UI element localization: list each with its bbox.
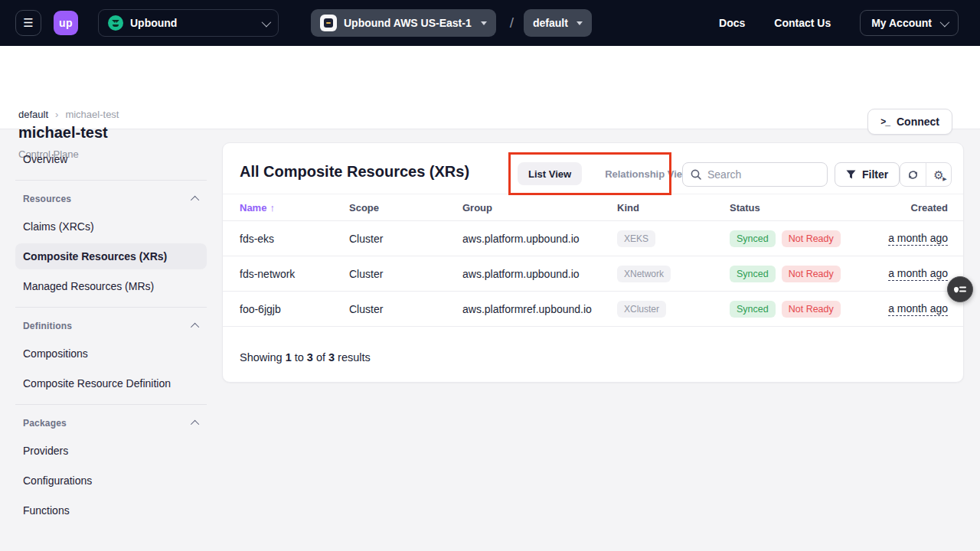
table-row[interactable]: foo-6jgjb Cluster aws.platformref.upboun… bbox=[223, 292, 963, 327]
sidebar-item-label: Compositions bbox=[23, 347, 88, 360]
sidebar-item-xrd[interactable]: Composite Resource Definition bbox=[15, 370, 207, 396]
menu-button[interactable]: ☰ bbox=[15, 10, 41, 36]
breadcrumb-group-link[interactable]: default bbox=[18, 109, 48, 120]
summary-word: results bbox=[338, 351, 371, 364]
path-separator: / bbox=[510, 15, 514, 31]
sidebar-item-configurations[interactable]: Configurations bbox=[15, 468, 207, 494]
chevron-down-icon bbox=[940, 17, 950, 27]
table-row[interactable]: fds-network Cluster aws.platform.upbound… bbox=[223, 256, 963, 292]
column-header-status[interactable]: Status bbox=[730, 202, 888, 214]
upbound-console-screen: ☰ up Upbound Upbound AWS US-East-1 / def… bbox=[0, 0, 980, 551]
column-header-created[interactable]: Created bbox=[888, 202, 948, 214]
caret-down-icon bbox=[481, 21, 487, 25]
my-account-label: My Account bbox=[871, 17, 932, 29]
logo-text: up bbox=[59, 17, 73, 29]
status-badge-synced: Synced bbox=[730, 230, 776, 247]
table-header-row: Name ↑ Scope Group Kind Status Created bbox=[223, 194, 963, 221]
created-timestamp[interactable]: a month ago bbox=[888, 267, 948, 281]
sidebar-item-label: Managed Resources (MRs) bbox=[23, 280, 154, 292]
sidebar-item-managed-resources[interactable]: Managed Resources (MRs) bbox=[15, 273, 207, 299]
feedback-list-icon bbox=[953, 284, 967, 295]
sidebar-divider bbox=[15, 404, 207, 405]
sidebar-item-compositions[interactable]: Compositions bbox=[15, 341, 207, 367]
section-header-label: Definitions bbox=[23, 321, 72, 331]
column-header-scope[interactable]: Scope bbox=[349, 202, 462, 214]
control-plane-switcher[interactable]: Upbound AWS US-East-1 bbox=[311, 9, 496, 37]
chevron-up-icon bbox=[191, 196, 199, 204]
panel-title: All Composite Resources (XRs) bbox=[240, 163, 469, 181]
sidebar-item-claims[interactable]: Claims (XRCs) bbox=[15, 214, 207, 240]
page-header: default › michael-test michael-test Cont… bbox=[0, 46, 980, 129]
sidebar-item-providers[interactable]: Providers bbox=[15, 438, 207, 464]
refresh-icon bbox=[907, 169, 919, 181]
refresh-button[interactable] bbox=[900, 163, 926, 186]
filter-button[interactable]: Filter bbox=[835, 162, 900, 187]
summary-word: Showing bbox=[240, 351, 283, 364]
created-timestamp[interactable]: a month ago bbox=[888, 302, 948, 316]
sidebar-item-label: Configurations bbox=[23, 474, 92, 487]
sidebar-item-label: Overview bbox=[23, 153, 67, 165]
terminal-icon: >_ bbox=[880, 116, 890, 127]
column-header-kind[interactable]: Kind bbox=[617, 202, 730, 214]
list-view-label: List View bbox=[528, 168, 571, 180]
composite-resources-panel: All Composite Resources (XRs) List View … bbox=[222, 142, 964, 383]
summary-to: 3 bbox=[307, 351, 313, 364]
sidebar-item-composite-resources[interactable]: Composite Resources (XRs) bbox=[15, 243, 207, 269]
search-box bbox=[682, 162, 828, 187]
sidebar-item-overview[interactable]: Overview bbox=[15, 146, 207, 172]
created-timestamp[interactable]: a month ago bbox=[888, 232, 948, 246]
search-input[interactable] bbox=[707, 168, 807, 181]
cell-name[interactable]: foo-6jgjb bbox=[240, 303, 349, 315]
control-plane-icon bbox=[320, 15, 337, 31]
hamburger-icon: ☰ bbox=[23, 16, 33, 30]
upbound-logo[interactable]: up bbox=[54, 11, 78, 35]
results-summary: Showing 1 to 3 of 3 results bbox=[223, 340, 963, 375]
list-view-tab[interactable]: List View bbox=[518, 162, 582, 185]
status-badge-synced: Synced bbox=[730, 301, 776, 318]
cell-name[interactable]: fds-eks bbox=[240, 233, 349, 245]
sidebar-item-functions[interactable]: Functions bbox=[15, 497, 207, 523]
view-toggle: List View Relationship View bbox=[518, 162, 701, 185]
section-header-label: Resources bbox=[23, 194, 71, 204]
column-header-name[interactable]: Name ↑ bbox=[240, 202, 349, 214]
feedback-widget-button[interactable] bbox=[947, 276, 973, 302]
status-badge-not-ready: Not Ready bbox=[782, 230, 841, 247]
navbar-right: Docs Contact Us My Account bbox=[719, 10, 959, 36]
sidebar-section-resources[interactable]: Resources bbox=[15, 188, 207, 210]
sidebar-section-definitions[interactable]: Definitions bbox=[15, 315, 207, 337]
status-badge-not-ready: Not Ready bbox=[782, 266, 841, 282]
sidebar-item-label: Providers bbox=[23, 445, 68, 457]
sidebar-item-label: Composite Resources (XRs) bbox=[23, 250, 167, 262]
play-icon: ▶ bbox=[942, 176, 946, 181]
group-switcher[interactable]: default bbox=[524, 9, 592, 37]
summary-word: to bbox=[295, 351, 304, 364]
gear-icon: ⚙ ▶ bbox=[933, 169, 943, 181]
cell-scope: Cluster bbox=[349, 233, 462, 245]
cell-scope: Cluster bbox=[349, 268, 462, 280]
my-account-menu[interactable]: My Account bbox=[860, 10, 959, 36]
caret-down-icon bbox=[577, 21, 583, 25]
contact-us-link[interactable]: Contact Us bbox=[774, 17, 831, 29]
group-switcher-label: default bbox=[533, 17, 568, 29]
sidebar-section-packages[interactable]: Packages bbox=[15, 412, 207, 434]
breadcrumb-current: michael-test bbox=[65, 109, 119, 120]
sidebar-divider bbox=[15, 307, 207, 308]
cell-status: Synced Not Ready bbox=[730, 230, 888, 247]
org-switcher-dropdown[interactable]: Upbound bbox=[98, 9, 279, 37]
chevron-up-icon bbox=[191, 323, 199, 331]
table-row[interactable]: fds-eks Cluster aws.platform.upbound.io … bbox=[223, 221, 963, 256]
docs-link[interactable]: Docs bbox=[719, 17, 745, 29]
summary-total: 3 bbox=[328, 351, 335, 364]
cell-created: a month ago bbox=[888, 232, 948, 246]
cell-name[interactable]: fds-network bbox=[240, 268, 349, 280]
cell-group: aws.platform.upbound.io bbox=[462, 268, 617, 280]
auto-refresh-settings-button[interactable]: ⚙ ▶ bbox=[926, 163, 951, 186]
column-header-group[interactable]: Group bbox=[462, 202, 617, 214]
relationship-view-label: Relationship View bbox=[605, 168, 690, 180]
cell-scope: Cluster bbox=[349, 303, 462, 315]
sort-ascending-icon: ↑ bbox=[270, 202, 275, 214]
filter-funnel-icon bbox=[846, 170, 856, 179]
connect-button[interactable]: >_ Connect bbox=[867, 109, 952, 135]
control-plane-label: Upbound AWS US-East-1 bbox=[344, 17, 472, 29]
top-navbar: ☰ up Upbound Upbound AWS US-East-1 / def… bbox=[0, 0, 980, 46]
